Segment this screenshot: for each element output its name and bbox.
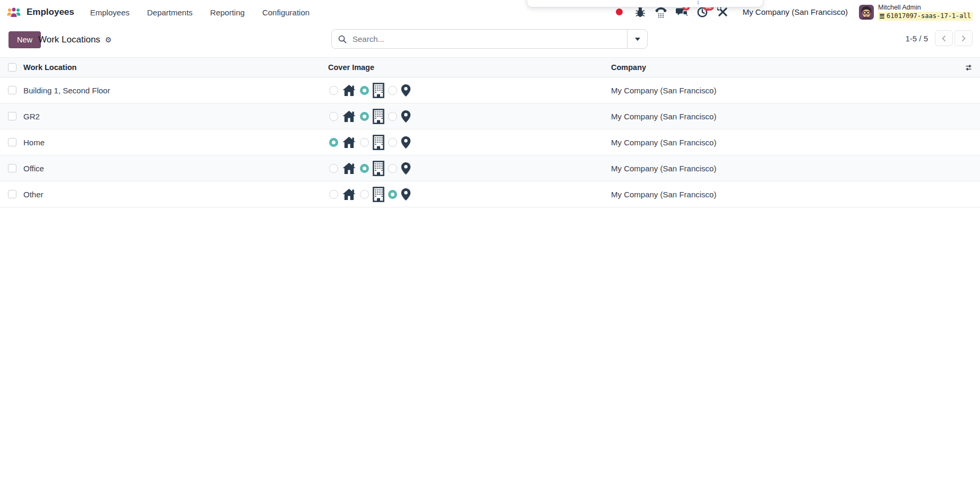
cover-radio-other[interactable] (388, 86, 397, 95)
row-company[interactable]: My Company (San Francisco) (611, 164, 957, 173)
map-pin-icon (401, 136, 411, 149)
cover-image-cell (328, 187, 611, 202)
user-menu[interactable]: Mitchell Admin 61017097-saas-17-1-all (859, 4, 973, 20)
breadcrumb: Work Locations ⚙ (38, 34, 111, 45)
map-pin-icon (401, 162, 411, 175)
database-icon (880, 14, 884, 19)
row-name[interactable]: Home (23, 138, 328, 147)
tools-icon[interactable] (717, 6, 729, 19)
cover-radio-other[interactable] (388, 164, 397, 173)
map-pin-icon (401, 84, 411, 97)
cover-radio-building[interactable] (360, 112, 369, 121)
row-name[interactable]: Other (23, 190, 328, 199)
cover-radio-building[interactable] (360, 86, 369, 95)
record-indicator-icon[interactable] (613, 6, 626, 19)
bug-icon[interactable] (634, 6, 647, 19)
cover-radio-building[interactable] (360, 138, 369, 147)
cover-image-cell (328, 83, 611, 98)
table-row[interactable]: Building 1, Second Floor (0, 77, 980, 103)
cover-radio-building[interactable] (360, 190, 369, 199)
control-panel: New Work Locations ⚙ 1-5 / 5 (0, 23, 980, 57)
map-pin-icon (401, 188, 411, 201)
menu-departments[interactable]: Departments (147, 8, 193, 17)
cover-image-cell (328, 135, 611, 150)
house-icon (342, 84, 356, 97)
table-row[interactable]: Office (0, 155, 980, 181)
cover-radio-home[interactable] (329, 138, 338, 147)
menu-employees[interactable]: Employees (90, 8, 130, 17)
search-input[interactable] (351, 34, 621, 44)
cover-radio-home[interactable] (329, 86, 338, 95)
app-name[interactable]: Employees (27, 7, 74, 18)
pager-range[interactable]: 1-5 / 5 (905, 34, 928, 43)
cover-radio-home[interactable] (329, 112, 338, 121)
pager: 1-5 / 5 (905, 30, 973, 46)
cover-radio-home[interactable] (329, 164, 338, 173)
select-all-checkbox[interactable] (8, 63, 16, 72)
cover-image-cell (328, 109, 611, 124)
database-badge: 61017097-saas-17-1-all (878, 12, 973, 20)
menu-configuration[interactable]: Configuration (262, 8, 310, 17)
row-name[interactable]: Office (23, 164, 328, 173)
house-icon (342, 188, 356, 201)
table-row[interactable]: Home (0, 129, 980, 155)
voip-phone-icon[interactable] (655, 6, 667, 19)
text-cursor (698, 1, 699, 5)
row-checkbox[interactable] (8, 138, 16, 146)
table-row[interactable]: GR2 (0, 103, 980, 129)
search-icon (338, 35, 347, 43)
row-checkbox[interactable] (8, 164, 16, 172)
company-switcher[interactable]: My Company (San Francisco) (743, 7, 848, 16)
column-header-cover-image[interactable]: Cover Image (328, 63, 611, 72)
row-checkbox[interactable] (8, 190, 16, 198)
column-header-company[interactable]: Company (611, 63, 957, 72)
main-menu: Employees Departments Reporting Configur… (90, 8, 310, 17)
cover-radio-building[interactable] (360, 164, 369, 173)
apps-menu[interactable]: Employees (6, 6, 74, 19)
row-name[interactable]: Building 1, Second Floor (23, 86, 328, 95)
new-button[interactable]: New (8, 31, 41, 48)
row-company[interactable]: My Company (San Francisco) (611, 138, 957, 147)
row-company[interactable]: My Company (San Francisco) (611, 112, 957, 121)
menu-reporting[interactable]: Reporting (210, 8, 245, 17)
user-name: Mitchell Admin (878, 4, 973, 12)
table-header: Work Location Cover Image Company (0, 57, 980, 77)
database-name: 61017097-saas-17-1-all (887, 12, 971, 20)
avatar (859, 5, 874, 20)
top-navbar: Employees Employees Departments Reportin… (0, 0, 980, 23)
cover-image-cell (328, 161, 611, 176)
house-icon (342, 162, 356, 175)
activity-clock-icon[interactable]: 32 (696, 6, 709, 19)
table-row[interactable]: Other (0, 181, 980, 207)
row-company[interactable]: My Company (San Francisco) (611, 86, 957, 95)
building-icon (373, 83, 384, 98)
building-icon (373, 109, 384, 124)
cover-radio-other[interactable] (388, 138, 397, 147)
cover-radio-other[interactable] (388, 190, 397, 199)
search-bar (331, 29, 648, 49)
cover-radio-other[interactable] (388, 112, 397, 121)
gear-icon[interactable]: ⚙ (105, 36, 112, 44)
building-icon (373, 161, 384, 176)
building-icon (373, 187, 384, 202)
pager-next-button[interactable] (955, 30, 973, 46)
page-title: Work Locations (38, 34, 100, 45)
pager-previous-button[interactable] (935, 30, 953, 46)
row-company[interactable]: My Company (San Francisco) (611, 190, 957, 199)
browser-popup-remnant (527, 0, 763, 7)
cover-radio-home[interactable] (329, 190, 338, 199)
building-icon (373, 135, 384, 150)
table-body: Building 1, Second Floor (0, 77, 980, 207)
optional-columns-icon[interactable] (957, 64, 980, 72)
chevron-down-icon (635, 38, 640, 43)
discuss-chat-icon[interactable]: 9 (675, 6, 688, 19)
row-checkbox[interactable] (8, 86, 16, 94)
row-checkbox[interactable] (8, 112, 16, 120)
column-header-work-location[interactable]: Work Location (23, 63, 328, 72)
row-name[interactable]: GR2 (23, 112, 328, 121)
house-icon (342, 110, 356, 123)
employees-app-icon (6, 6, 21, 19)
search-options-toggle[interactable] (627, 30, 647, 48)
house-icon (342, 136, 356, 149)
map-pin-icon (401, 110, 411, 123)
